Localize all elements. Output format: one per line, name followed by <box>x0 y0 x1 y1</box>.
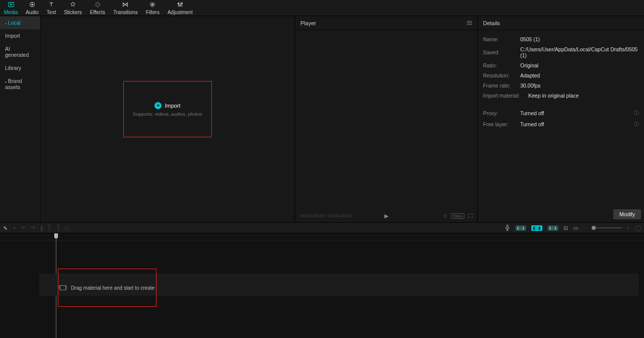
player-title: Player <box>300 20 316 26</box>
svg-point-2 <box>32 4 33 5</box>
detail-row-resolution: Resolution:Adapted <box>483 70 639 80</box>
import-title: Import <box>165 103 180 109</box>
toolbar-effects[interactable]: Effects <box>86 0 109 16</box>
sidebar-import[interactable]: Import <box>0 29 40 42</box>
timeline-drop-text: Drag material here and start to create <box>71 285 154 291</box>
magnet-linked-icon[interactable]: ◧◨ <box>547 225 558 231</box>
toolbar-label: Media <box>4 10 18 15</box>
redo-icon[interactable]: ↷ <box>31 225 35 231</box>
details-panel: Details Name:0505 (1) Saved:C:/Users/Use… <box>478 16 644 222</box>
import-subtitle: Supports: videos, audios, photos <box>133 111 202 117</box>
zoom-slider[interactable] <box>592 227 622 228</box>
timeline-dropzone[interactable]: Drag material here and start to create <box>58 269 156 307</box>
info-icon[interactable]: ⓘ <box>634 121 639 128</box>
toolbar-label: Text <box>47 10 56 15</box>
detail-row-import-material: Import material:Keep in original place <box>483 91 639 101</box>
magnet-on-icon[interactable]: ◧◨ <box>531 225 542 231</box>
timeline-toolbar: ⬉ ▼ ↶ ↷ ‖ ⎡ ⎤ ▢ ◧◨ ◧◨ ◧◨ ⊟ ▭ − + ◯ <box>0 222 644 233</box>
player-panel: Player 00:00:00:00 / 00:00:00:00 ▶ ⦾ Rat… <box>294 16 478 222</box>
toolbar-transitions[interactable]: Transitions <box>109 0 142 16</box>
adjustment-icon <box>177 1 184 9</box>
delete-left-icon[interactable]: ⎡ <box>48 225 51 231</box>
toolbar-label: Transitions <box>113 10 138 15</box>
detail-row-name: Name:0505 (1) <box>483 34 639 44</box>
toolbar-media[interactable]: Media <box>0 0 22 16</box>
delete-icon[interactable]: ▢ <box>64 225 69 231</box>
chevron-down-icon[interactable]: ▼ <box>13 226 16 230</box>
plus-icon: + <box>154 102 162 109</box>
snapshot-icon[interactable]: ⦾ <box>443 213 447 219</box>
audio-icon <box>29 1 36 9</box>
detail-row-framerate: Frame rate:30.00fps <box>483 80 639 91</box>
delete-right-icon[interactable]: ⎤ <box>56 225 59 231</box>
play-button[interactable]: ▶ <box>384 213 388 219</box>
toolbar-text[interactable]: Text <box>43 0 60 16</box>
modify-button[interactable]: Modify <box>613 209 641 219</box>
svg-point-7 <box>180 5 181 6</box>
toolbar-label: Adjustment <box>168 10 193 15</box>
filters-icon <box>149 1 156 9</box>
fullscreen-icon[interactable]: ⛶ <box>468 213 473 218</box>
timeline-ruler[interactable] <box>0 233 644 240</box>
detail-row-saved: Saved:C:/Users/User/AppData/Local/CapCut… <box>483 44 639 60</box>
sidebar-ai-generated[interactable]: AI generated <box>0 42 40 61</box>
transitions-icon <box>122 1 129 9</box>
svg-point-6 <box>178 3 179 4</box>
toolbar-filters[interactable]: Filters <box>142 0 164 16</box>
top-toolbar: Media Audio Text Stickers Effects Transi… <box>0 0 644 16</box>
sidebar-local[interactable]: Local <box>0 16 40 29</box>
zoom-in-icon[interactable]: + <box>627 225 630 231</box>
preview-icon[interactable]: ▭ <box>573 225 578 231</box>
import-dropzone[interactable]: + Import Supports: videos, audios, photo… <box>123 81 212 137</box>
text-icon <box>48 1 55 9</box>
toolbar-audio[interactable]: Audio <box>22 0 43 16</box>
sidebar-brand-assets[interactable]: Brand assets <box>0 74 40 94</box>
align-icon[interactable]: ⊟ <box>564 225 568 231</box>
player-viewport <box>295 30 477 209</box>
media-sidebar: Local Import AI generated Library Brand … <box>0 16 40 222</box>
toolbar-label: Effects <box>90 10 105 15</box>
mic-icon[interactable] <box>505 224 510 232</box>
media-panel: + Import Supports: videos, audios, photo… <box>40 16 294 222</box>
timeline[interactable]: Drag material here and start to create <box>0 233 644 338</box>
detail-row-ratio: Ratio:Original <box>483 60 639 70</box>
media-icon <box>8 1 15 9</box>
split-icon[interactable]: ‖ <box>40 225 43 231</box>
ratio-button[interactable]: Ratio <box>451 213 464 219</box>
toolbar-stickers[interactable]: Stickers <box>60 0 86 16</box>
zoom-fit-icon[interactable]: ◯ <box>635 225 641 231</box>
svg-point-8 <box>181 3 182 4</box>
effects-icon <box>94 1 101 9</box>
magnet-main-icon[interactable]: ◧◨ <box>515 225 526 231</box>
toolbar-label: Stickers <box>64 10 82 15</box>
player-menu-icon[interactable] <box>467 21 472 25</box>
toolbar-label: Filters <box>146 10 159 15</box>
toolbar-label: Audio <box>26 10 39 15</box>
player-timecode: 00:00:00:00 / 00:00:00:00 <box>300 213 352 218</box>
details-title: Details <box>483 20 500 26</box>
zoom-out-icon[interactable]: − <box>583 225 586 231</box>
svg-rect-9 <box>507 225 508 228</box>
stickers-icon <box>69 1 76 9</box>
selection-tool-icon[interactable]: ⬉ <box>3 225 8 231</box>
undo-icon[interactable]: ↶ <box>21 225 26 231</box>
detail-row-freelayer: Free layer:Turned offⓘ <box>483 119 639 130</box>
detail-row-proxy: Proxy:Turned offⓘ <box>483 108 639 119</box>
toolbar-adjustment[interactable]: Adjustment <box>164 0 197 16</box>
film-icon <box>60 285 66 290</box>
info-icon[interactable]: ⓘ <box>634 110 639 117</box>
sidebar-library[interactable]: Library <box>0 61 40 74</box>
